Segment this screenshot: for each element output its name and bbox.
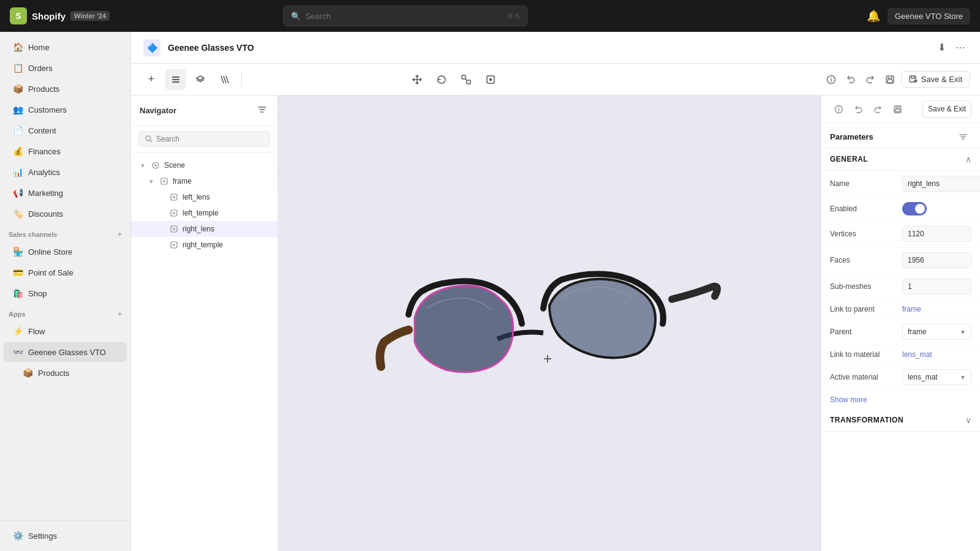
params-redo-button[interactable] (869, 100, 886, 118)
navigator-filter-button[interactable] (255, 103, 269, 118)
mesh-icon (169, 208, 179, 218)
params-save-button[interactable] (889, 100, 906, 118)
tree-item-label: right_temple (183, 241, 269, 249)
editor-main: Navigator (131, 96, 980, 551)
enabled-toggle[interactable] (902, 202, 927, 216)
sidebar-item-orders[interactable]: 📋 Orders (4, 58, 127, 78)
sidebar-item-flow[interactable]: ⚡ Flow (4, 321, 127, 341)
sales-channels-section: Sales channels + (0, 224, 130, 241)
tree-item-left-lens[interactable]: ▶ left_lens (131, 189, 277, 205)
params-filter-button[interactable] (954, 128, 971, 145)
sidebar-item-online-store[interactable]: 🏪 Online Store (4, 242, 127, 261)
save-icon (893, 105, 902, 114)
mesh-icon (159, 176, 169, 186)
geenee-icon: 👓 (12, 347, 23, 358)
online-store-icon: 🏪 (12, 246, 23, 257)
params-undo-button[interactable] (850, 100, 867, 118)
move-tool-button[interactable] (407, 69, 428, 90)
search-field[interactable] (138, 131, 270, 147)
sidebar-item-customers[interactable]: 👥 Customers (4, 100, 127, 119)
redo-button[interactable] (862, 71, 879, 88)
svg-rect-29 (278, 96, 462, 187)
toolbar-right: Save & Exit (823, 71, 970, 88)
tree-item-scene[interactable]: ▼ Scene (131, 157, 277, 173)
undo-button[interactable] (842, 71, 859, 88)
tree-item-left-temple[interactable]: ▶ left_temple (131, 205, 277, 221)
sidebar-item-finances[interactable]: 💰 Finances (4, 141, 127, 161)
general-section-header[interactable]: GENERAL ∧ (821, 148, 980, 171)
param-link-material-value[interactable]: lens_mat (902, 350, 971, 359)
mesh-icon (169, 192, 179, 202)
params-info-button[interactable] (830, 100, 847, 118)
shader-button[interactable] (214, 69, 235, 90)
search-shortcut: ⌘ K (507, 12, 519, 20)
sidebar-item-point-of-sale[interactable]: 💳 Point of Sale (4, 263, 127, 282)
param-active-material-select[interactable]: lens_mat ▼ (902, 369, 971, 385)
more-options-button[interactable]: ⋯ (953, 39, 968, 56)
list-icon (171, 75, 181, 84)
add-button[interactable]: + (141, 69, 162, 90)
glasses-svg (372, 244, 727, 440)
param-link-material-label: Link to material (830, 350, 897, 359)
transform-tool-button[interactable] (480, 69, 501, 90)
store-button[interactable]: Geenee VTO Store (888, 8, 970, 24)
marketing-icon: 📢 (12, 187, 23, 198)
sidebar-item-settings[interactable]: ⚙️ Settings (4, 526, 127, 545)
sidebar-item-analytics[interactable]: 📊 Analytics (4, 162, 127, 182)
sidebar-item-products[interactable]: 📦 Products (4, 79, 127, 99)
navigator-search-input[interactable] (156, 135, 263, 143)
param-enabled-row: Enabled (821, 197, 980, 221)
scale-tool-button[interactable] (456, 69, 477, 90)
notifications-button[interactable]: 🔔 (867, 9, 880, 23)
tree-item-label: left_temple (183, 209, 269, 217)
sidebar-item-label: Products (28, 84, 59, 94)
info-button[interactable] (823, 71, 840, 88)
transformation-section-header[interactable]: TRANSFORMATION ∨ (821, 409, 980, 432)
move-icon (412, 74, 423, 85)
scale-icon (461, 74, 472, 85)
expand-icon: ∨ (965, 415, 971, 425)
save-button[interactable] (881, 71, 899, 88)
param-active-material-label: Active material (830, 373, 897, 381)
svg-point-24 (173, 212, 175, 214)
download-button[interactable]: ⬇ (935, 39, 948, 56)
show-more-button[interactable]: Show more (821, 391, 980, 409)
sidebar-item-products-sub[interactable]: 📦 Products (4, 363, 127, 383)
layers-icon (195, 75, 205, 84)
param-link-material-row: Link to material lens_mat (821, 345, 980, 364)
svg-point-20 (163, 180, 165, 182)
viewport[interactable] (278, 96, 821, 551)
param-name-input[interactable] (902, 176, 980, 192)
layers-button[interactable] (190, 69, 211, 90)
sidebar-item-discounts[interactable]: 🏷️ Discounts (4, 204, 127, 223)
rotate-tool-button[interactable] (431, 69, 452, 90)
search-bar[interactable]: 🔍 ⌘ K (283, 6, 528, 26)
param-faces-value: 1956 (902, 252, 971, 268)
analytics-icon: 📊 (12, 167, 23, 178)
home-icon: 🏠 (12, 42, 23, 53)
panel-title: Navigator (140, 106, 176, 115)
tree-item-right-temple[interactable]: ▶ right_temple (131, 237, 277, 253)
sidebar-item-home[interactable]: 🏠 Home (4, 37, 127, 57)
tree-item-label: frame (173, 177, 269, 186)
sidebar-item-shop[interactable]: 🛍️ Shop (4, 283, 127, 303)
sidebar-item-content[interactable]: 📄 Content (4, 121, 127, 140)
tree-item-right-lens[interactable]: ▶ right_lens (131, 221, 277, 237)
redo-icon (865, 75, 875, 84)
svg-line-8 (466, 79, 467, 80)
sidebar-item-geenee[interactable]: 👓 Geenee Glasses VTO (4, 342, 127, 362)
app-header-title: Geenee Glasses VTO (168, 43, 254, 53)
list-view-button[interactable] (165, 69, 186, 90)
sidebar-item-marketing[interactable]: 📢 Marketing (4, 183, 127, 203)
param-link-parent-value[interactable]: frame (902, 305, 971, 313)
save-exit-icon (909, 75, 918, 84)
save-exit-button[interactable]: Save & Exit (901, 71, 970, 88)
param-parent-select[interactable]: frame ▼ (902, 324, 971, 340)
topbar-right: 🔔 Geenee VTO Store (867, 8, 970, 24)
params-save-exit-button[interactable]: Save & Exit (922, 100, 971, 118)
svg-point-18 (154, 164, 157, 167)
sidebar-item-label: Flow (28, 327, 45, 336)
search-input[interactable] (306, 12, 502, 21)
tree-item-frame[interactable]: ▼ frame (131, 173, 277, 189)
tree-item-label: left_lens (183, 193, 269, 201)
